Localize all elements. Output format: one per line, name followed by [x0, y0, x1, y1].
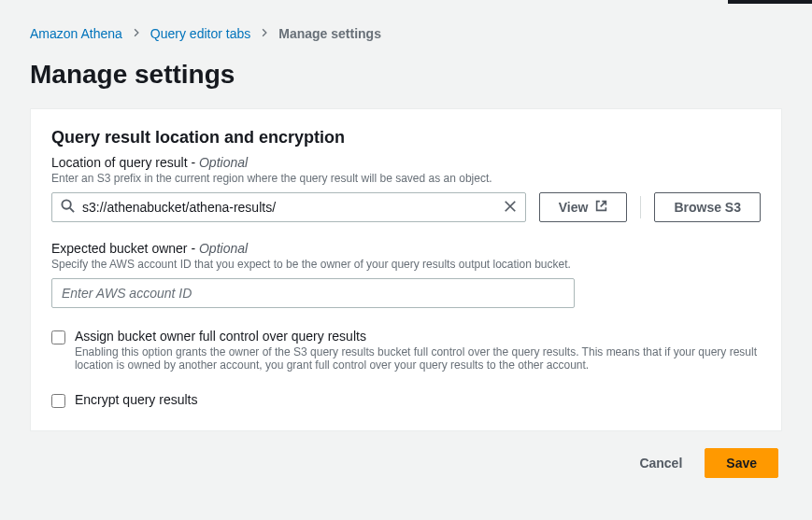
close-icon	[504, 200, 517, 216]
assign-control-checkbox[interactable]	[51, 330, 65, 344]
chevron-right-icon	[132, 27, 141, 40]
breadcrumb-link-amazon-athena[interactable]: Amazon Athena	[30, 26, 122, 41]
breadcrumb-current: Manage settings	[278, 26, 381, 41]
assign-control-row: Assign bucket owner full control over qu…	[51, 329, 761, 372]
chevron-right-icon	[260, 27, 269, 40]
divider	[640, 196, 641, 218]
footer-actions: Cancel Save	[0, 431, 812, 478]
view-button[interactable]: View	[539, 192, 628, 222]
owner-label-text: Expected bucket owner -	[51, 241, 199, 256]
optional-text: Optional	[199, 155, 248, 170]
save-button[interactable]: Save	[705, 448, 778, 478]
location-field: Location of query result - Optional Ente…	[51, 155, 761, 222]
location-input[interactable]	[51, 192, 526, 222]
owner-input[interactable]	[51, 278, 575, 308]
location-input-row: View Browse S3	[51, 192, 761, 222]
clear-input-button[interactable]	[500, 196, 520, 219]
view-button-label: View	[559, 200, 589, 215]
encrypt-checkbox[interactable]	[51, 394, 65, 408]
section-title: Query result location and encryption	[51, 128, 761, 148]
assign-control-desc: Enabling this option grants the owner of…	[75, 345, 761, 372]
location-label: Location of query result - Optional	[51, 155, 761, 170]
breadcrumb-link-query-editor-tabs[interactable]: Query editor tabs	[150, 26, 250, 41]
owner-desc: Specify the AWS account ID that you expe…	[51, 258, 761, 271]
assign-control-label[interactable]: Assign bucket owner full control over qu…	[75, 329, 366, 344]
browse-s3-label: Browse S3	[674, 200, 741, 215]
location-desc: Enter an S3 prefix in the current region…	[51, 172, 761, 185]
owner-field: Expected bucket owner - Optional Specify…	[51, 241, 761, 308]
encrypt-label[interactable]: Encrypt query results	[75, 392, 198, 407]
page-title: Manage settings	[0, 52, 812, 108]
location-label-text: Location of query result -	[51, 155, 199, 170]
optional-text: Optional	[199, 241, 248, 256]
encrypt-row: Encrypt query results	[51, 392, 761, 408]
settings-panel: Query result location and encryption Loc…	[30, 108, 782, 431]
owner-label: Expected bucket owner - Optional	[51, 241, 761, 256]
browse-s3-button[interactable]: Browse S3	[654, 192, 761, 222]
cancel-button[interactable]: Cancel	[628, 448, 693, 478]
external-link-icon	[595, 200, 607, 215]
top-dark-strip	[728, 0, 812, 4]
location-input-wrap	[51, 192, 526, 222]
breadcrumb: Amazon Athena Query editor tabs Manage s…	[0, 0, 812, 52]
